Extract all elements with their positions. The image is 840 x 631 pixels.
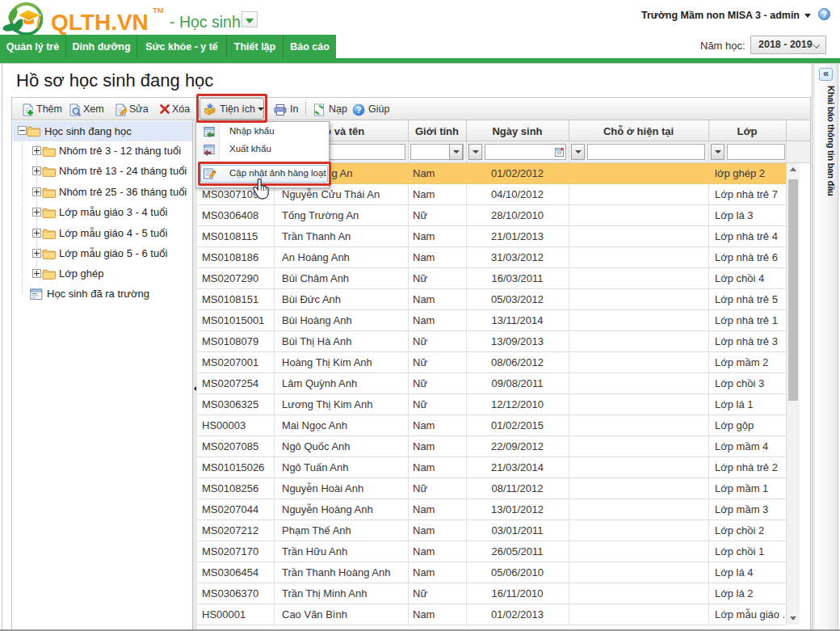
svg-text:?: ?: [356, 105, 362, 115]
